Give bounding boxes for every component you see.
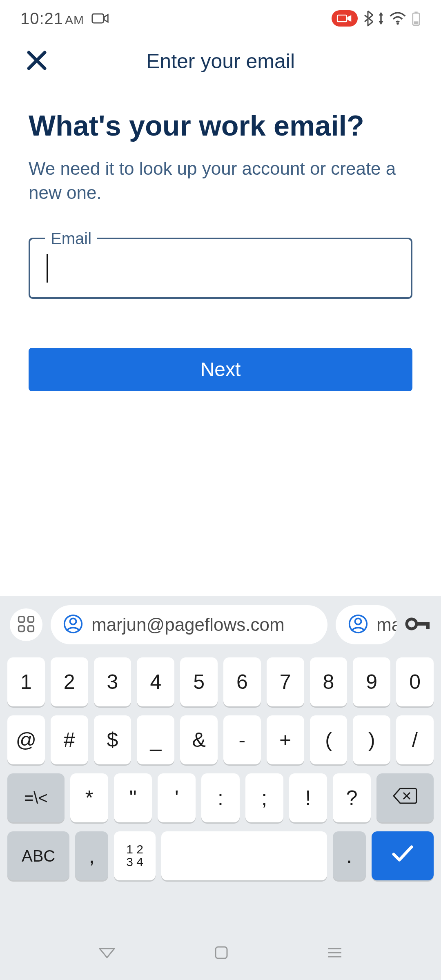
kb-row-3: =\< * " ' : ; ! ? — [7, 773, 434, 822]
key-exclaim[interactable]: ! — [289, 773, 327, 822]
svg-point-13 — [70, 618, 76, 624]
key-1[interactable]: 1 — [7, 657, 45, 706]
key-submit[interactable] — [372, 831, 434, 880]
wifi-icon — [389, 11, 407, 25]
key-semicolon[interactable]: ; — [245, 773, 283, 822]
key-space[interactable] — [161, 831, 327, 880]
close-button[interactable] — [24, 49, 49, 74]
record-badge-icon — [332, 10, 358, 27]
passwords-button[interactable] — [405, 615, 431, 634]
key-plus[interactable]: + — [267, 715, 304, 764]
backspace-icon — [393, 786, 417, 810]
key-symbols-shift[interactable]: =\< — [7, 773, 65, 822]
svg-point-2 — [396, 22, 399, 24]
key-period[interactable]: . — [333, 831, 366, 880]
email-field-wrap: Email — [29, 238, 412, 299]
key-at[interactable]: @ — [7, 715, 45, 764]
svg-rect-18 — [426, 622, 430, 629]
keyboard-rows: 1 2 3 4 5 6 7 8 9 0 @ # $ _ & - + ( ) / … — [0, 653, 441, 927]
status-time: 10:21AM — [20, 9, 84, 28]
numpad-icon: 1 2 3 4 — [126, 843, 143, 868]
key-comma[interactable]: , — [75, 831, 108, 880]
suggestion-text-main: marjun@pageflows.com — [91, 615, 285, 635]
key-squote[interactable]: ' — [158, 773, 196, 822]
key-lparen[interactable]: ( — [310, 715, 347, 764]
check-icon — [390, 844, 415, 868]
key-slash[interactable]: / — [396, 715, 434, 764]
key-underscore[interactable]: _ — [137, 715, 174, 764]
status-left: 10:21AM — [20, 9, 109, 28]
video-icon — [91, 12, 109, 24]
bluetooth-icon — [363, 10, 373, 27]
keyboard: marjun@pageflows.com ma 1 2 3 4 5 6 7 8 … — [0, 596, 441, 980]
key-mode-abc[interactable]: ABC — [7, 831, 69, 880]
kb-row-1: 1 2 3 4 5 6 7 8 9 0 — [7, 657, 434, 706]
key-question[interactable]: ? — [333, 773, 371, 822]
numpad-bot: 3 4 — [126, 856, 143, 869]
key-star[interactable]: * — [70, 773, 108, 822]
nav-bar — [0, 927, 441, 980]
svg-rect-5 — [414, 21, 419, 24]
nav-home-icon[interactable] — [213, 944, 229, 962]
person-icon — [348, 614, 368, 636]
svg-point-16 — [407, 619, 416, 629]
suggestion-chip-partial[interactable]: ma — [336, 605, 397, 644]
key-8[interactable]: 8 — [310, 657, 347, 706]
keyboard-apps-button[interactable] — [10, 608, 42, 641]
kb-row-4: ABC , 1 2 3 4 . — [7, 831, 434, 880]
key-5[interactable]: 5 — [180, 657, 218, 706]
suggestion-chip-main[interactable]: marjun@pageflows.com — [51, 605, 327, 644]
key-6[interactable]: 6 — [223, 657, 261, 706]
svg-rect-10 — [19, 626, 24, 632]
page-subtext: We need it to look up your account or cr… — [29, 156, 412, 205]
svg-rect-11 — [28, 626, 34, 632]
svg-rect-21 — [216, 947, 227, 958]
sync-icon — [378, 11, 384, 26]
key-rparen[interactable]: ) — [353, 715, 390, 764]
key-icon — [405, 615, 431, 634]
next-button[interactable]: Next — [29, 348, 412, 391]
grid-icon — [17, 615, 36, 635]
person-icon — [63, 614, 83, 636]
key-0[interactable]: 0 — [396, 657, 434, 706]
battery-icon — [412, 11, 421, 26]
key-amp[interactable]: & — [180, 715, 218, 764]
kb-row-2: @ # $ _ & - + ( ) / — [7, 715, 434, 764]
key-colon[interactable]: : — [201, 773, 239, 822]
status-bar: 10:21AM — [0, 0, 441, 37]
email-input[interactable] — [48, 257, 394, 279]
content: What's your work email? We need it to lo… — [0, 86, 441, 391]
key-4[interactable]: 4 — [137, 657, 174, 706]
key-minus[interactable]: - — [223, 715, 261, 764]
svg-rect-0 — [92, 14, 104, 23]
svg-rect-1 — [337, 15, 347, 22]
key-7[interactable]: 7 — [267, 657, 304, 706]
close-icon — [26, 50, 47, 73]
svg-rect-9 — [28, 617, 34, 622]
svg-point-15 — [355, 618, 361, 624]
app-header: Enter your email — [0, 37, 441, 86]
nav-recents-icon[interactable] — [326, 946, 344, 961]
status-right — [332, 10, 421, 27]
email-label: Email — [45, 229, 97, 248]
numpad-top: 1 2 — [126, 843, 143, 856]
key-2[interactable]: 2 — [51, 657, 88, 706]
nav-back-icon[interactable] — [97, 946, 117, 961]
suggestion-row: marjun@pageflows.com ma — [0, 596, 441, 653]
key-3[interactable]: 3 — [94, 657, 131, 706]
status-ampm: AM — [65, 13, 84, 27]
key-numpad[interactable]: 1 2 3 4 — [114, 831, 155, 880]
key-backspace[interactable] — [376, 773, 434, 822]
header-title: Enter your email — [146, 49, 295, 73]
key-dollar[interactable]: $ — [94, 715, 131, 764]
svg-rect-8 — [19, 617, 24, 622]
suggestion-text-partial: ma — [376, 615, 397, 635]
page-question: What's your work email? — [29, 110, 412, 142]
key-dquote[interactable]: " — [114, 773, 152, 822]
status-time-value: 10:21 — [20, 9, 63, 27]
svg-rect-4 — [414, 12, 417, 13]
key-9[interactable]: 9 — [353, 657, 390, 706]
key-hash[interactable]: # — [51, 715, 88, 764]
